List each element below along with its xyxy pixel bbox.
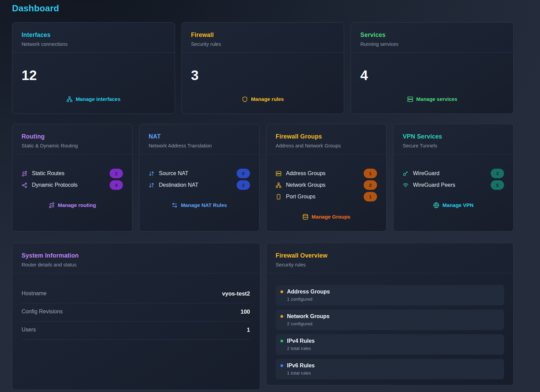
- manage-rules-link[interactable]: Manage rules: [191, 96, 335, 103]
- card-services: Services Running services 4 Manage servi…: [351, 22, 514, 114]
- manage-rules-label: Manage rules: [251, 96, 284, 103]
- status-dot-blue: [280, 364, 283, 367]
- card-firewall-body: 3 Manage rules: [182, 68, 344, 103]
- card-interfaces-body: 12 Manage interfaces: [12, 68, 175, 103]
- card-firewall-subtitle: Security rules: [191, 41, 335, 47]
- overview-item-title-row: Network Groups: [280, 313, 499, 320]
- manage-routing-label: Manage routing: [58, 202, 96, 209]
- wifi-icon: [403, 182, 409, 188]
- route-icon: [49, 202, 55, 208]
- hostname-row: Hostname vyos-test2: [22, 285, 250, 303]
- static-routes-row: Static Routes 2: [22, 168, 123, 179]
- destination-nat-row: Destination NAT 2: [149, 179, 250, 191]
- address-groups-count-badge: 1: [364, 169, 377, 178]
- wireguard-count-badge: 3: [491, 169, 504, 178]
- shield-icon: [242, 96, 248, 102]
- users-label: Users: [22, 326, 36, 333]
- card-routing-header: Routing Static & Dynamic Routing: [12, 124, 132, 154]
- card-firewall-groups: Firewall Groups Address and Network Grou…: [266, 124, 387, 232]
- card-system-information: System Information Router details and st…: [12, 243, 260, 390]
- card-nat-title: NAT: [149, 133, 250, 140]
- server-icon: [407, 96, 413, 102]
- wireguard-peers-label: WireGuard Peers: [413, 182, 486, 188]
- card-system-information-header: System Information Router details and st…: [12, 243, 260, 273]
- dynamic-protocols-row: Dynamic Protocols 4: [22, 179, 123, 191]
- wireguard-peers-row: WireGuard Peers 5: [403, 179, 504, 191]
- overview-network-groups-detail: 2 configured: [287, 321, 499, 327]
- overview-network-groups-label: Network Groups: [287, 313, 329, 320]
- card-firewall-groups-subtitle: Address and Network Groups: [276, 143, 377, 149]
- bottom-card-row: System Information Router details and st…: [12, 243, 514, 390]
- arrow-down-up-icon: [149, 182, 154, 188]
- overview-item-ipv4-rules: IPv4 Rules 2 total rules: [276, 334, 504, 355]
- static-routes-label: Static Routes: [32, 170, 105, 177]
- overview-ipv6-rules-label: IPv6 Rules: [287, 362, 315, 369]
- overview-item-address-groups: Address Groups 1 configured: [276, 285, 504, 305]
- card-system-information-body: Hostname vyos-test2 Config Revisions 100…: [12, 273, 260, 340]
- smartphone-icon: [276, 194, 281, 200]
- overview-address-groups-label: Address Groups: [287, 288, 330, 295]
- overview-item-title-row: IPv6 Rules: [280, 362, 499, 369]
- key-icon: [403, 171, 409, 177]
- port-groups-label: Port Groups: [286, 194, 359, 200]
- card-firewall-overview: Firewall Overview Security rules Address…: [266, 243, 514, 386]
- card-vpn-services-body: WireGuard 3 WireGuard Peers 5 Manage VPN: [393, 154, 513, 209]
- wireguard-label: WireGuard: [413, 170, 486, 177]
- card-routing: Routing Static & Dynamic Routing Static …: [12, 124, 133, 232]
- card-firewall-groups-title: Firewall Groups: [276, 133, 377, 140]
- config-revisions-value: 100: [240, 308, 250, 315]
- database-icon: [302, 214, 309, 220]
- card-firewall-groups-body: Address Groups 1 Network Groups 2 Port G…: [266, 154, 386, 220]
- hostname-label: Hostname: [22, 290, 47, 297]
- card-firewall-overview-subtitle: Security rules: [276, 262, 504, 268]
- card-routing-body: Static Routes 2 Dynamic Protocols 4 Mana…: [12, 154, 132, 209]
- dynamic-protocols-count-badge: 4: [110, 180, 123, 190]
- card-firewall-title: Firewall: [191, 31, 335, 38]
- card-routing-title: Routing: [22, 133, 123, 140]
- overview-ipv4-rules-detail: 2 total rules: [287, 345, 499, 351]
- manage-interfaces-label: Manage interfaces: [76, 96, 121, 103]
- manage-interfaces-link[interactable]: Manage interfaces: [22, 96, 165, 103]
- card-nat: NAT Network Address Translation Source N…: [139, 124, 260, 232]
- manage-vpn-label: Manage VPN: [442, 202, 474, 209]
- card-system-information-title: System Information: [22, 252, 251, 259]
- source-nat-count-badge: 0: [237, 169, 250, 178]
- card-services-body: 4 Manage services: [351, 68, 513, 103]
- status-dot-amber: [280, 290, 283, 293]
- interfaces-count: 12: [22, 68, 165, 83]
- users-row: Users 1: [22, 322, 250, 340]
- card-vpn-services-title: VPN Services: [403, 133, 504, 140]
- server-icon: [276, 171, 281, 177]
- overview-item-title-row: IPv4 Rules: [280, 338, 499, 344]
- status-dot-amber: [280, 315, 283, 318]
- manage-groups-label: Manage Groups: [312, 213, 350, 220]
- manage-routing-link[interactable]: Manage routing: [22, 202, 123, 209]
- firewall-count: 3: [191, 68, 335, 83]
- overview-address-groups-detail: 1 configured: [287, 296, 499, 302]
- manage-nat-rules-label: Manage NAT Rules: [181, 202, 227, 209]
- network-groups-count-badge: 2: [364, 180, 377, 190]
- hostname-value: vyos-test2: [222, 290, 250, 297]
- card-firewall-groups-header: Firewall Groups Address and Network Grou…: [266, 124, 386, 154]
- feature-card-row: Routing Static & Dynamic Routing Static …: [12, 124, 514, 232]
- card-firewall-overview-header: Firewall Overview Security rules: [266, 243, 513, 273]
- destination-nat-count-badge: 2: [237, 180, 250, 190]
- overview-ipv4-rules-label: IPv4 Rules: [287, 338, 315, 344]
- card-nat-body: Source NAT 0 Destination NAT 2 Manage NA…: [139, 154, 259, 209]
- port-groups-row: Port Groups 1: [276, 191, 377, 202]
- card-services-header: Services Running services: [351, 23, 513, 53]
- manage-groups-link[interactable]: Manage Groups: [276, 213, 377, 220]
- address-groups-label: Address Groups: [286, 170, 359, 177]
- manage-vpn-link[interactable]: Manage VPN: [403, 202, 504, 209]
- overview-item-ipv6-rules: IPv6 Rules 1 total rules: [276, 359, 504, 379]
- network-groups-label: Network Groups: [286, 182, 359, 188]
- manage-nat-rules-link[interactable]: Manage NAT Rules: [149, 202, 250, 209]
- services-count: 4: [360, 68, 504, 83]
- card-firewall-overview-title: Firewall Overview: [276, 252, 504, 259]
- stat-card-row: Interfaces Network connections 12 Manage…: [12, 22, 514, 114]
- source-nat-label: Source NAT: [159, 170, 232, 177]
- card-services-title: Services: [360, 31, 504, 38]
- manage-services-link[interactable]: Manage services: [360, 96, 504, 103]
- card-firewall-overview-body: Address Groups 1 configured Network Grou…: [266, 273, 513, 379]
- overview-ipv6-rules-detail: 1 total rules: [287, 370, 499, 376]
